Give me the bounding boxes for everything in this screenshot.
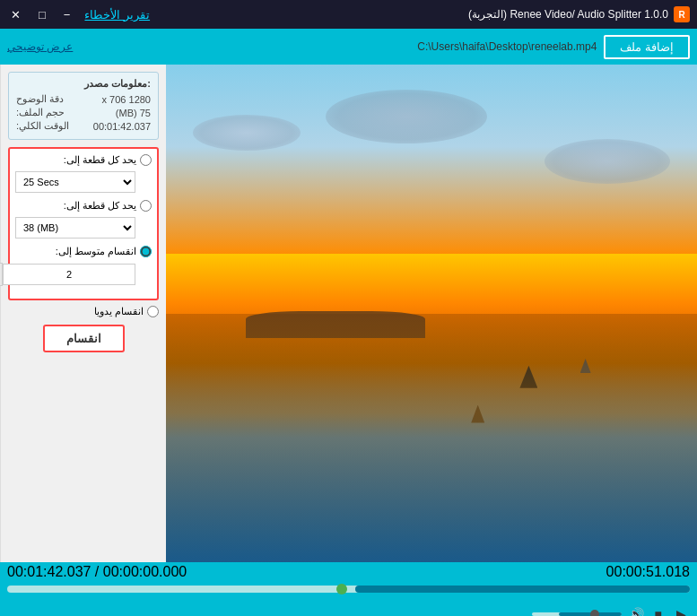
playback-bar: ▶ ■ 🔊 [0, 600, 697, 616]
spinner-buttons: ▲ ▼ [0, 263, 3, 286]
duration-row: 00:01:42.037 الوقت الكلي: [16, 120, 151, 132]
error-report-link[interactable]: تقرير الأخطاء [84, 8, 150, 22]
stop-button[interactable]: ■ [651, 605, 666, 616]
by-average-option-row: انقسام متوسط إلى: [15, 246, 152, 257]
split-btn-container: انقسام [8, 325, 159, 352]
cloud2 [326, 90, 487, 143]
add-file-button[interactable]: إضافة ملف [604, 35, 690, 59]
by-size-option-row: يحد كل قطعة إلى: [15, 200, 152, 212]
by-time-option-row: يحد كل قطعة إلى: [15, 154, 152, 166]
by-time-label: يحد كل قطعة إلى: [64, 154, 136, 166]
duration-value: 00:01:42.037 [93, 121, 151, 132]
split-button[interactable]: انقسام [43, 325, 125, 352]
maximize-button[interactable]: □ [35, 8, 49, 22]
volume-thumb[interactable] [590, 610, 599, 616]
manual-split-radio[interactable] [147, 306, 159, 317]
app-logo: R [674, 6, 690, 22]
cloud1 [193, 115, 301, 151]
spinner-up-button[interactable]: ▲ [0, 264, 2, 274]
total-time-display: 00:00:00.000 / 00:01:42.037 [7, 564, 187, 580]
main-content: :معلومات مصدر 1280 x 706 دقة الوضوح 75 (… [0, 65, 697, 562]
spinner-down-button[interactable]: ▼ [0, 274, 2, 285]
progress-track[interactable] [7, 586, 690, 593]
toolbar: إضافة ملف C:\Users\haifa\Desktop\reneela… [0, 29, 697, 65]
source-info-box: :معلومات مصدر 1280 x 706 دقة الوضوح 75 (… [8, 72, 159, 140]
by-average-label: انقسام متوسط إلى: [56, 246, 136, 257]
resolution-row: 1280 x 706 دقة الوضوح [16, 93, 151, 105]
volume-icon: 🔊 [629, 607, 644, 616]
title-bar-right: تقرير الأخطاء − □ ✕ [7, 8, 150, 22]
progress-filled [355, 586, 690, 593]
video-panel [166, 65, 697, 562]
current-time-display: 00:00:51.018 [606, 564, 690, 580]
time-display-row: 00:00:51.018 00:00:00.000 / 00:01:42.037 [0, 562, 697, 582]
by-time-select[interactable]: 25 Secs 30 Secs 60 Secs 120 Secs [15, 171, 135, 193]
manual-split-row: انقسام يدويا [8, 306, 159, 317]
resolution-value: 1280 x 706 [102, 94, 151, 105]
demo-link[interactable]: عرض توضيحي [7, 40, 73, 53]
by-time-radio[interactable] [140, 154, 152, 166]
water-reflection [166, 314, 697, 563]
minimize-button[interactable]: − [60, 8, 74, 22]
by-average-radio[interactable] [140, 246, 152, 257]
file-path-display: C:\Users\haifa\Desktop\reneelab.mp4 [73, 40, 597, 53]
video-thumbnail [166, 65, 697, 562]
by-average-spinner-row: ▲ ▼ [15, 263, 135, 286]
by-size-radio[interactable] [140, 200, 152, 212]
app-title: Renee Video/ Audio Splitter 1.0.0 (التجر… [468, 8, 668, 21]
size-row: 75 (MB) حجم الملف: [16, 107, 151, 118]
volume-track[interactable] [532, 612, 622, 616]
close-button[interactable]: ✕ [7, 8, 24, 22]
title-bar-left: R Renee Video/ Audio Splitter 1.0.0 (الت… [468, 6, 690, 22]
resolution-label: دقة الوضوح [16, 93, 64, 105]
play-button[interactable]: ▶ [673, 605, 690, 616]
by-size-label: يحد كل قطعة إلى: [64, 200, 136, 212]
size-value: 75 (MB) [116, 108, 151, 118]
average-spinner-input[interactable] [3, 264, 135, 285]
source-info-title: :معلومات مصدر [16, 78, 151, 90]
manual-split-label: انقسام يدويا [94, 306, 144, 317]
by-time-dropdown-row: 25 Secs 30 Secs 60 Secs 120 Secs [15, 171, 135, 193]
by-size-select[interactable]: 38 (MB) 50 (MB) 100 (MB) 200 (MB) [15, 217, 135, 239]
split-options-box: يحد كل قطعة إلى: 25 Secs 30 Secs 60 Secs… [8, 147, 159, 300]
size-label: حجم الملف: [16, 107, 65, 118]
progress-container [0, 582, 697, 600]
right-panel: :معلومات مصدر 1280 x 706 دقة الوضوح 75 (… [0, 65, 166, 562]
by-size-dropdown-row: 38 (MB) 50 (MB) 100 (MB) 200 (MB) [15, 217, 135, 239]
duration-label: الوقت الكلي: [16, 120, 69, 132]
title-bar: R Renee Video/ Audio Splitter 1.0.0 (الت… [0, 0, 697, 29]
progress-thumb[interactable] [336, 584, 347, 594]
